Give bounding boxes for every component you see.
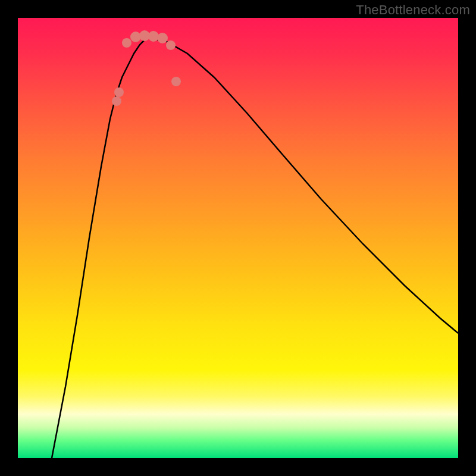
valley-dot	[112, 96, 121, 106]
curve-layer	[18, 18, 458, 458]
attribution-text: TheBottleneck.com	[356, 2, 470, 18]
valley-dot	[157, 33, 168, 43]
left-curve	[52, 39, 146, 458]
valley-dot	[171, 77, 181, 86]
valley-dots	[112, 30, 181, 106]
valley-dot	[122, 38, 131, 48]
valley-dot	[148, 31, 159, 42]
plot-area	[18, 18, 458, 458]
right-curve	[152, 39, 458, 333]
valley-dot	[166, 40, 176, 50]
valley-dot	[114, 87, 124, 97]
chart-frame: TheBottleneck.com	[0, 0, 476, 476]
